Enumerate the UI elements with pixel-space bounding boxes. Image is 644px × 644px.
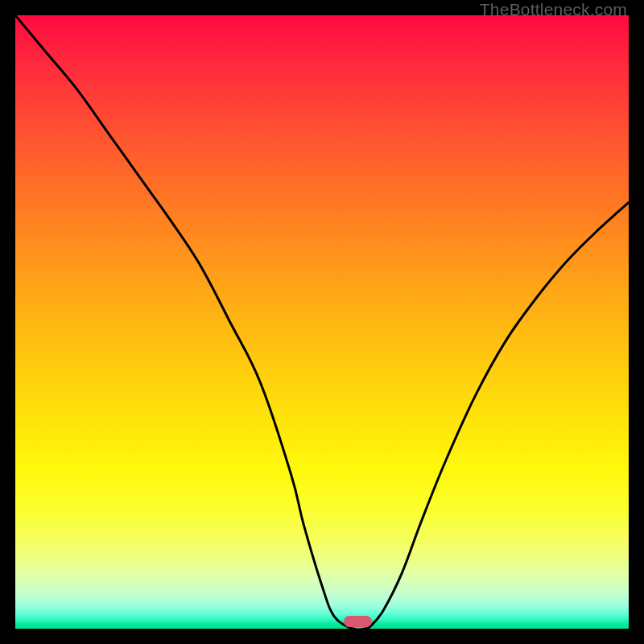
bottleneck-curve xyxy=(15,15,629,629)
watermark-text: TheBottleneck.com xyxy=(480,0,627,19)
chart-frame: TheBottleneck.com xyxy=(0,0,644,644)
optimal-range-marker xyxy=(344,616,372,627)
plot-area xyxy=(15,15,629,629)
